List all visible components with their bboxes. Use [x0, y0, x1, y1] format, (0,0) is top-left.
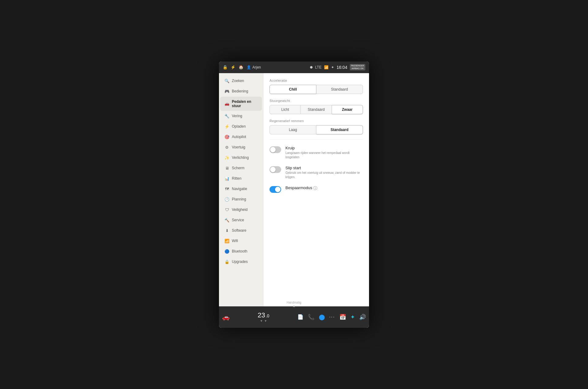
taskbar-right-icons: 📄 📞 ⬤ ··· 📅 ✦ 🔊	[297, 314, 366, 320]
airbag-badge: PASSENGERAIRBAG ON	[350, 64, 365, 70]
home-icon: 🏠	[239, 65, 243, 69]
sidebar-icon-zoeken: 🔍	[224, 79, 229, 83]
sidebar-icon-service: 🔨	[224, 218, 229, 223]
kruip-toggle[interactable]	[270, 146, 281, 153]
more-icon[interactable]: ···	[329, 314, 335, 320]
hint-label: Handmatig	[287, 301, 301, 304]
sidebar-icon-ritten: 📊	[224, 176, 229, 181]
sidebar-item-bediening[interactable]: 🎮 Bediening	[220, 86, 262, 96]
stuurgewicht-standaard-btn[interactable]: Standaard	[301, 105, 332, 114]
sidebar-item-autopilot[interactable]: 🎯 Autopilot	[220, 132, 262, 142]
slip-start-text: Slip start Gebruik om het voertuig uit s…	[285, 166, 363, 179]
sidebar-icon-bediening: 🎮	[224, 89, 229, 94]
sidebar-item-software[interactable]: ⬇ Software	[220, 226, 262, 236]
acceleratie-standaard-btn[interactable]: Standaard	[316, 85, 363, 94]
lte-indicator: LTE	[315, 65, 322, 69]
sidebar-label-zoeken: Zoeken	[232, 79, 244, 83]
lock-icon: 🔒	[223, 65, 228, 69]
kruip-text: Kruip Langzaam rijden wanneer het remped…	[285, 146, 363, 159]
slip-start-title: Slip start	[285, 166, 363, 170]
files-icon[interactable]: 📄	[297, 314, 303, 320]
sidebar-item-planning[interactable]: 🕐 Planning	[220, 194, 262, 204]
volume-icon[interactable]: 🔊	[359, 314, 366, 320]
taskbar-car-icon: 🚗	[222, 313, 230, 321]
acceleratie-chill-btn[interactable]: Chill	[270, 85, 316, 94]
sidebar-item-opladen[interactable]: ⚡ Opladen	[220, 122, 262, 132]
username: Arjen	[252, 65, 261, 69]
sidebar-icon-scherm: 🖥	[224, 166, 229, 170]
status-bar-left-icons: 🔒 ⚡ 🏠	[223, 65, 243, 69]
regeneratief-standaard-btn[interactable]: Standaard	[316, 125, 363, 134]
hint-arrow-up: ▲	[287, 304, 301, 308]
sidebar-label-navigatie: Navigatie	[232, 187, 247, 191]
user-icon: 👤	[247, 65, 251, 69]
sidebar-label-ritten: Ritten	[232, 176, 241, 181]
user-info: 👤 Arjen	[247, 65, 261, 69]
bespaarmodus-title: Bespaarmodus	[285, 185, 312, 190]
sidebar-item-ritten[interactable]: 📊 Ritten	[220, 174, 262, 184]
sidebar-label-autopilot: Autopilot	[232, 135, 246, 139]
sidebar-icon-pedalen: 🚗	[224, 101, 229, 106]
sidebar-item-zoeken[interactable]: 🔍 Zoeken	[220, 76, 262, 86]
slip-start-toggle[interactable]	[270, 166, 281, 173]
signal-icon: 📶	[324, 65, 329, 69]
sidebar-item-vering[interactable]: 🔧 Vering	[220, 111, 262, 121]
sidebar-label-pedalen: Pedalen en stuur	[232, 99, 258, 108]
lightning-icon: ⚡	[231, 65, 236, 69]
sidebar-item-upgrades[interactable]: 🔒 Upgrades	[220, 257, 262, 267]
sidebar-icon-verlichting: ✨	[224, 155, 229, 160]
sidebar-item-verlichting[interactable]: ✨ Verlichting	[220, 153, 262, 163]
ac-controls: ▼ ▼	[260, 319, 267, 323]
sidebar-item-bluetooth[interactable]: 🔵 Bluetooth	[220, 246, 262, 256]
sidebar: 🔍 Zoeken 🎮 Bediening 🚗 Pedalen en stuur …	[219, 73, 263, 306]
tesla-screen: 🔒 ⚡ 🏠 👤 Arjen ⬤ LTE 📶 ✦ 16:04 PASSENGERA…	[219, 62, 369, 328]
main-content: 🔍 Zoeken 🎮 Bediening 🚗 Pedalen en stuur …	[219, 73, 369, 306]
phone-icon[interactable]: 📞	[308, 314, 315, 320]
stuurgewicht-zwaar-btn[interactable]: Zwaar	[332, 105, 363, 114]
sidebar-item-veiligheid[interactable]: 🛡 Veiligheid	[220, 205, 262, 215]
bluetooth-status-icon: ✦	[331, 65, 334, 69]
acceleratie-title: Acceleratie	[270, 79, 363, 82]
ac-down-arrow[interactable]: ▼	[264, 319, 267, 323]
sidebar-label-bediening: Bediening	[232, 89, 248, 93]
regeneratief-laag-btn[interactable]: Laag	[270, 125, 316, 134]
sidebar-label-service: Service	[232, 218, 244, 222]
taskbar-center: 23 .0 ▼ ▼	[230, 311, 297, 323]
kruip-desc: Langzaam rijden wanneer het rempedaal wo…	[285, 151, 363, 159]
bespaarmodus-row: Bespaarmodus ⓘ	[270, 182, 363, 196]
sidebar-item-voertuig[interactable]: ⚙ Voertuig	[220, 142, 262, 152]
sidebar-item-scherm[interactable]: 🖥 Scherm	[220, 163, 262, 173]
divider-1	[270, 139, 363, 140]
info-icon[interactable]: ⓘ	[313, 185, 317, 191]
temperature-decimal: .0	[266, 313, 270, 318]
taskbar-hint: Handmatig ▲	[287, 301, 301, 308]
clock: 16:04	[337, 65, 347, 70]
dot-icon: ⬤	[310, 66, 313, 69]
sidebar-label-bluetooth: Bluetooth	[232, 249, 247, 253]
sidebar-label-scherm: Scherm	[232, 166, 244, 170]
temperature-display: 23 .0	[258, 311, 269, 319]
sidebar-icon-navigatie: 🗺	[224, 187, 229, 191]
camera-icon[interactable]: ⬤	[319, 314, 325, 320]
sidebar-item-pedalen[interactable]: 🚗 Pedalen en stuur	[220, 97, 262, 111]
taskbar-bt-icon[interactable]: ✦	[350, 314, 355, 320]
ac-up-arrow[interactable]: ▼	[260, 319, 263, 323]
sidebar-label-software: Software	[232, 228, 246, 233]
acceleratie-btn-group: Chill Standaard	[270, 85, 363, 94]
taskbar: Handmatig ▲ 🚗 23 .0 ▼ ▼ 📄 📞 ⬤ ··· 📅 ✦ 🔊	[219, 306, 369, 328]
sidebar-item-wifi[interactable]: 📶 Wifi	[220, 236, 262, 246]
sidebar-label-veiligheid: Veiligheid	[232, 208, 247, 212]
kruip-title: Kruip	[285, 146, 363, 150]
content-panel: Acceleratie Chill Standaard Stuurgewicht…	[263, 73, 369, 306]
stuurgewicht-licht-btn[interactable]: Licht	[270, 105, 301, 114]
sidebar-icon-opladen: ⚡	[224, 124, 229, 129]
sidebar-item-navigatie[interactable]: 🗺 Navigatie	[220, 184, 262, 194]
bespaarmodus-toggle[interactable]	[270, 186, 281, 193]
slip-start-row: Slip start Gebruik om het voertuig uit s…	[270, 163, 363, 182]
sidebar-label-upgrades: Upgrades	[232, 260, 248, 264]
status-bar-right: ⬤ LTE 📶 ✦ 16:04 PASSENGERAIRBAG ON	[310, 64, 365, 70]
calendar-icon[interactable]: 📅	[339, 314, 346, 320]
sidebar-item-service[interactable]: 🔨 Service	[220, 215, 262, 225]
bespaarmodus-title-row: Bespaarmodus ⓘ	[285, 185, 363, 191]
status-bar: 🔒 ⚡ 🏠 👤 Arjen ⬤ LTE 📶 ✦ 16:04 PASSENGERA…	[219, 62, 369, 73]
